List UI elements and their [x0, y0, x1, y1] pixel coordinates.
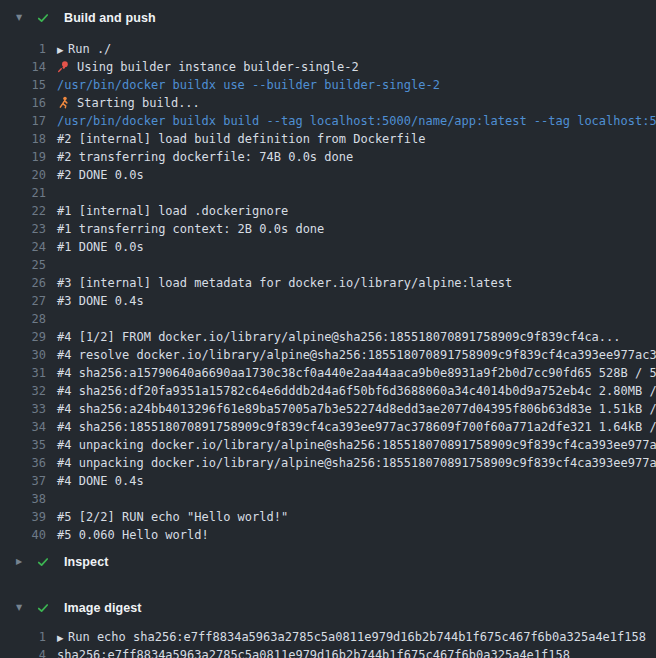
line-number[interactable]: 29 [0, 328, 46, 346]
line-number[interactable]: 38 [0, 490, 46, 508]
line-number[interactable]: 39 [0, 508, 46, 526]
log-text: Starting build... [77, 96, 200, 110]
line-number[interactable]: 32 [0, 382, 46, 400]
log-text: #1 [internal] load .dockerignore [57, 204, 288, 218]
line-number[interactable]: 23 [0, 220, 46, 238]
log-line: 26#3 [internal] load metadata for docker… [0, 274, 656, 292]
log-line-content: #4 sha256:a24bb4013296f61e89ba57005a7b3e… [46, 400, 656, 418]
line-number[interactable]: 4 [0, 646, 46, 658]
log-line: 14Using builder instance builder-single-… [0, 58, 656, 76]
log-text: #1 transferring context: 2B 0.0s done [57, 222, 324, 236]
line-number[interactable]: 15 [0, 76, 46, 94]
log-line: 29#4 [1/2] FROM docker.io/library/alpine… [0, 328, 656, 346]
line-number[interactable]: 28 [0, 310, 46, 328]
log-line-content: Using builder instance builder-single-2 [46, 58, 656, 76]
log-line-content: #4 resolve docker.io/library/alpine@sha2… [46, 346, 656, 364]
line-number[interactable]: 35 [0, 436, 46, 454]
log-line-content: #5 [2/2] RUN echo "Hello world!" [46, 508, 656, 526]
log-line-content: #4 [1/2] FROM docker.io/library/alpine@s… [46, 328, 656, 346]
log-line-content: #3 [internal] load metadata for docker.i… [46, 274, 656, 292]
line-number[interactable]: 20 [0, 166, 46, 184]
line-number[interactable]: 14 [0, 58, 46, 76]
log-text: /usr/bin/docker buildx build --tag local… [57, 114, 656, 128]
log-line-content: #4 sha256:a15790640a6690aa1730c38cf0a440… [46, 364, 656, 382]
log-line-content: #2 [internal] load build definition from… [46, 130, 656, 148]
log-line: 4sha256:e7ff8834a5963a2785c5a0811e979d16… [0, 646, 656, 658]
log-line: 1▶Run echo sha256:e7ff8834a5963a2785c5a0… [0, 628, 656, 646]
log-line-content [46, 256, 656, 274]
log-lines-build-and-push: 1▶Run ./14Using builder instance builder… [0, 40, 656, 544]
log-line: 28 [0, 310, 656, 328]
line-number[interactable]: 25 [0, 256, 46, 274]
log-text: #3 [internal] load metadata for docker.i… [57, 276, 512, 290]
log-line-content: Starting build... [46, 94, 656, 112]
chevron-down-icon[interactable]: ▼ [16, 14, 28, 22]
log-line-content: #4 sha256:185518070891758909c9f839cf4ca3… [46, 418, 656, 436]
line-number[interactable]: 33 [0, 400, 46, 418]
log-line: 32#4 sha256:df20fa9351a15782c64e6dddb2d4… [0, 382, 656, 400]
log-text: #4 sha256:a24bb4013296f61e89ba57005a7b3e… [57, 402, 656, 416]
log-text: #2 DONE 0.0s [57, 168, 144, 182]
line-number[interactable]: 27 [0, 292, 46, 310]
line-number[interactable]: 1 [0, 628, 46, 646]
section-header-image-digest[interactable]: ▼ Image digest [0, 590, 656, 626]
line-number[interactable]: 21 [0, 184, 46, 202]
section-title: Build and push [64, 11, 156, 25]
log-text: #4 resolve docker.io/library/alpine@sha2… [57, 348, 656, 362]
log-line-content: /usr/bin/docker buildx use --builder bui… [46, 76, 656, 94]
log-text: #4 sha256:df20fa9351a15782c64e6dddb2d4a6… [57, 384, 656, 398]
expand-run-arrow-icon[interactable]: ▶ [57, 629, 68, 646]
line-number[interactable]: 34 [0, 418, 46, 436]
log-line: 15/usr/bin/docker buildx use --builder b… [0, 76, 656, 94]
log-line-content: #4 DONE 0.4s [46, 472, 656, 490]
line-number[interactable]: 18 [0, 130, 46, 148]
log-line: 21 [0, 184, 656, 202]
log-text: Run echo sha256:e7ff8834a5963a2785c5a081… [68, 630, 646, 644]
section-header-inspect[interactable]: ▶ Inspect [0, 544, 656, 580]
chevron-down-icon[interactable]: ▼ [16, 604, 28, 612]
section-header-build-and-push[interactable]: ▼ Build and push [0, 0, 656, 36]
log-text: #5 [2/2] RUN echo "Hello world!" [57, 510, 288, 524]
line-number[interactable]: 24 [0, 238, 46, 256]
log-line-content: #1 [internal] load .dockerignore [46, 202, 656, 220]
log-line-content: #1 transferring context: 2B 0.0s done [46, 220, 656, 238]
line-number[interactable]: 36 [0, 454, 46, 472]
log-line-content [46, 310, 656, 328]
log-line-content: #1 DONE 0.0s [46, 238, 656, 256]
log-text: #1 DONE 0.0s [57, 240, 144, 254]
line-number[interactable]: 19 [0, 148, 46, 166]
line-number[interactable]: 31 [0, 364, 46, 382]
log-line: 25 [0, 256, 656, 274]
line-number[interactable]: 22 [0, 202, 46, 220]
section-build-and-push: ▼ Build and push 1▶Run ./14Using builder… [0, 0, 656, 544]
line-number[interactable]: 37 [0, 472, 46, 490]
pushpin-emoji-icon [57, 60, 70, 73]
log-line: 37#4 DONE 0.4s [0, 472, 656, 490]
expand-run-arrow-icon[interactable]: ▶ [57, 41, 68, 58]
log-line: 33#4 sha256:a24bb4013296f61e89ba57005a7b… [0, 400, 656, 418]
line-number[interactable]: 30 [0, 346, 46, 364]
log-line-content: #5 0.060 Hello world! [46, 526, 656, 544]
log-lines-image-digest: 1▶Run echo sha256:e7ff8834a5963a2785c5a0… [0, 628, 656, 658]
section-inspect: ▶ Inspect [0, 544, 656, 580]
line-number[interactable]: 16 [0, 94, 46, 112]
log-line: 36#4 unpacking docker.io/library/alpine@… [0, 454, 656, 472]
log-line: 18#2 [internal] load build definition fr… [0, 130, 656, 148]
success-check-icon [36, 555, 52, 569]
log-line-content: #2 transferring dockerfile: 74B 0.0s don… [46, 148, 656, 166]
line-number[interactable]: 1 [0, 40, 46, 58]
line-number[interactable]: 17 [0, 112, 46, 130]
log-line: 31#4 sha256:a15790640a6690aa1730c38cf0a4… [0, 364, 656, 382]
log-line: 30#4 resolve docker.io/library/alpine@sh… [0, 346, 656, 364]
log-text: #4 DONE 0.4s [57, 474, 144, 488]
chevron-right-icon[interactable]: ▶ [16, 558, 28, 566]
log-text: #5 0.060 Hello world! [57, 528, 209, 542]
line-number[interactable]: 40 [0, 526, 46, 544]
log-text: #4 sha256:a15790640a6690aa1730c38cf0a440… [57, 366, 656, 380]
log-text: #4 [1/2] FROM docker.io/library/alpine@s… [57, 330, 621, 344]
log-line-content: ▶Run ./ [46, 40, 656, 58]
log-line: 27#3 DONE 0.4s [0, 292, 656, 310]
workflow-log-panel: ▼ Build and push 1▶Run ./14Using builder… [0, 0, 656, 658]
line-number[interactable]: 26 [0, 274, 46, 292]
log-line-content: #4 unpacking docker.io/library/alpine@sh… [46, 436, 656, 454]
